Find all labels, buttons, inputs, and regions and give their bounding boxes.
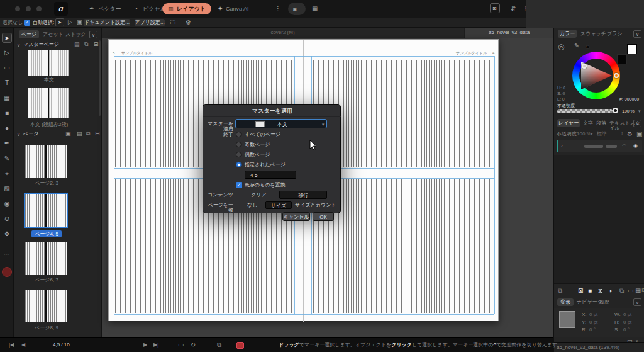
- radio-odd-pages[interactable]: [236, 142, 242, 147]
- s-value[interactable]: 0 °: [623, 327, 630, 332]
- delete-page-icon[interactable]: ⊟: [95, 131, 100, 137]
- eyedropper-icon[interactable]: ✎: [574, 43, 579, 49]
- panel-menu-chevron-icon[interactable]: ∨: [89, 31, 97, 38]
- persona-layout-tab[interactable]: ▥ レイアウト: [162, 3, 211, 14]
- stroke-swatch[interactable]: [627, 44, 637, 54]
- tab-navigator[interactable]: ナビゲータ: [577, 300, 602, 305]
- edit-all-layers-icon[interactable]: ⧉: [558, 288, 562, 294]
- view-mode-icon[interactable]: ▭: [627, 338, 633, 344]
- spread-thumbnail-4-5-selected[interactable]: [24, 193, 68, 228]
- delete-master-icon[interactable]: ⊟: [94, 42, 99, 47]
- preview-mode-icon[interactable]: ▭: [178, 342, 184, 348]
- add-master-icon[interactable]: ▤: [74, 42, 80, 47]
- more-tools-icon[interactable]: ⋯: [2, 249, 12, 259]
- transform-panel-menu-icon[interactable]: ∨: [633, 298, 641, 306]
- canva-ai-tab[interactable]: Canva AI: [226, 6, 249, 12]
- edit-pages-icon[interactable]: ▣: [65, 131, 71, 137]
- app-settings-button[interactable]: アプリ設定...: [135, 19, 165, 26]
- match-size-count-option[interactable]: サイズとカウント: [295, 203, 336, 208]
- swap-colors-icon[interactable]: ◎: [558, 43, 564, 50]
- pages-panel-scrollbar[interactable]: [99, 40, 101, 116]
- match-none-option[interactable]: なし: [247, 203, 257, 208]
- window-minimize-button[interactable]: [26, 6, 31, 11]
- page-range-input[interactable]: 4-5: [245, 171, 296, 179]
- persona-vector-tab[interactable]: ベクター: [98, 6, 121, 12]
- master-select-dropdown[interactable]: 本文 ▾: [235, 119, 327, 128]
- spread-thumbnail-8-9[interactable]: [25, 290, 67, 322]
- next-spread-icon[interactable]: ▶: [143, 343, 147, 348]
- adjustment-icon[interactable]: ⧖: [598, 287, 602, 295]
- rectangle-tool-icon[interactable]: ■: [2, 108, 12, 118]
- fill-layer-icon[interactable]: ■: [588, 287, 592, 294]
- layers-panel-menu-icon[interactable]: ∨: [633, 120, 641, 127]
- last-spread-icon[interactable]: ▶|: [153, 343, 158, 348]
- tab-transform[interactable]: 変形: [557, 298, 574, 306]
- workspace-switcher[interactable]: ⧈: [288, 3, 306, 15]
- tab-swatches[interactable]: スウォッチ: [580, 31, 606, 37]
- clip-canvas-icon[interactable]: ⧉: [217, 342, 221, 348]
- layer-fx-gear-icon[interactable]: ⚙: [627, 131, 633, 137]
- pattern-layer-icon[interactable]: ▦: [635, 288, 641, 294]
- corner-tool-icon[interactable]: ⌖: [2, 169, 12, 179]
- frame-text-tool-icon[interactable]: ▭: [2, 63, 12, 73]
- live-filter-icon[interactable]: ◑: [608, 287, 612, 294]
- previous-spread-icon[interactable]: ◀: [21, 343, 25, 348]
- node-tool-icon[interactable]: ▷: [2, 48, 12, 58]
- master-thumbnail-honbun-2dan[interactable]: [28, 88, 69, 118]
- pages-section-collapse-icon[interactable]: ∨: [17, 132, 20, 137]
- y-value[interactable]: 0 pt: [589, 320, 597, 325]
- record-icon[interactable]: [236, 342, 244, 349]
- tab-paragraph[interactable]: 段落: [596, 121, 606, 126]
- document-tab-active[interactable]: a5_novel_v3_data: [465, 28, 553, 38]
- master-thumbnail-honbun[interactable]: [28, 50, 69, 76]
- window-zoom-button[interactable]: [36, 6, 42, 11]
- stepper-icon[interactable]: ↕: [621, 132, 623, 137]
- zoom-tool-icon[interactable]: ⊙: [2, 214, 12, 224]
- fill-tool-icon[interactable]: ◉: [2, 199, 12, 209]
- fill-color-dot[interactable]: ●: [586, 43, 590, 50]
- new-layer-icon[interactable]: ▭: [628, 288, 633, 294]
- cursor-mode-a-button[interactable]: ➤: [55, 18, 64, 26]
- shade-marker[interactable]: [582, 64, 587, 69]
- replace-existing-checkbox[interactable]: ✓: [236, 182, 242, 188]
- opacity-slider-knob[interactable]: [613, 108, 618, 113]
- layer-item[interactable]: › ◠ ◉: [557, 140, 642, 152]
- view-tool-icon[interactable]: ✥: [2, 229, 12, 239]
- color-panel-menu-icon[interactable]: ∨: [633, 30, 641, 38]
- table-tool-icon[interactable]: ▦: [2, 93, 12, 103]
- r-value[interactable]: 0 °: [589, 327, 596, 332]
- tab-layers[interactable]: レイヤー: [557, 119, 580, 127]
- mask-icon[interactable]: ⊠: [578, 287, 583, 294]
- radio-all-pages[interactable]: [236, 132, 242, 137]
- document-settings-button[interactable]: ドキュメント設定...: [84, 19, 130, 26]
- content-clear-option[interactable]: クリア: [251, 193, 267, 198]
- studio-grid-icon[interactable]: ▦: [312, 6, 318, 12]
- cursor-b-icon[interactable]: ▷: [68, 20, 72, 25]
- auto-select-checkbox[interactable]: ✓: [24, 20, 30, 26]
- x-value[interactable]: 0 pt: [589, 312, 597, 317]
- master-section-collapse-icon[interactable]: ∨: [17, 43, 20, 47]
- layer-expander-icon[interactable]: ›: [561, 144, 563, 149]
- share-icon[interactable]: ⇵: [511, 6, 516, 12]
- tab-brushes[interactable]: ブラシ: [607, 31, 623, 37]
- spread-thumbnail-2-3[interactable]: [25, 145, 67, 178]
- artistic-text-tool-icon[interactable]: T: [2, 78, 12, 88]
- help-button[interactable]: ⊡: [490, 3, 500, 13]
- move-tool-icon[interactable]: ➤: [2, 33, 12, 43]
- pen-tool-icon[interactable]: ✒: [2, 139, 12, 149]
- hex-value[interactable]: #: 000000: [619, 97, 639, 101]
- pencil-tool-icon[interactable]: ✎: [2, 154, 12, 164]
- h-value[interactable]: 0 pt: [623, 320, 631, 325]
- layer-opacity-value[interactable]: 100 %: [577, 132, 591, 137]
- ellipse-tool-icon[interactable]: ●: [2, 123, 12, 133]
- duplicate-page-icon[interactable]: ⧉: [86, 131, 90, 137]
- tab-color[interactable]: カラー: [558, 30, 577, 38]
- blend-mode-value[interactable]: 標準: [597, 132, 607, 137]
- radio-even-pages[interactable]: [236, 152, 242, 157]
- add-page-icon[interactable]: ▤: [77, 131, 82, 137]
- hue-marker[interactable]: [614, 73, 619, 78]
- duplicate-master-icon[interactable]: ⧉: [84, 42, 88, 47]
- color-wheel[interactable]: [572, 52, 620, 99]
- opacity-value[interactable]: 100 %: [622, 109, 635, 113]
- page-counter[interactable]: 4,5 / 10: [53, 343, 70, 348]
